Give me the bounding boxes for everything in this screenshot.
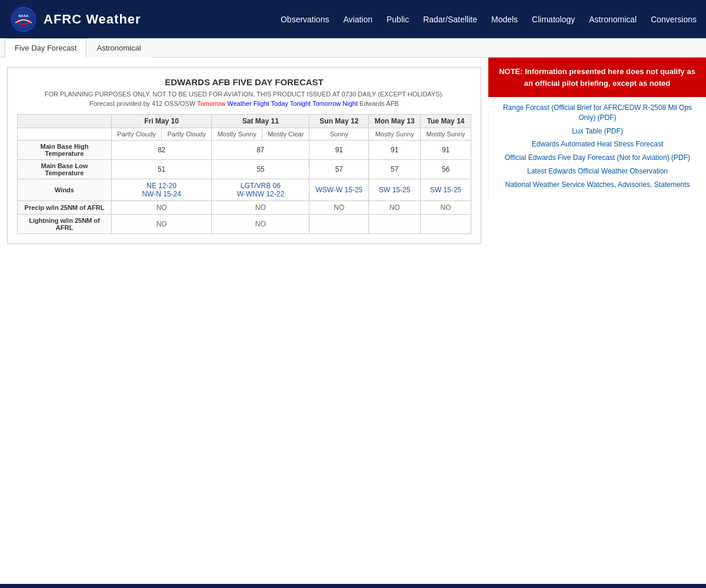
sat-high: 87 bbox=[212, 141, 309, 160]
sidebar-link-five-day-official[interactable]: Official Edwards Five Day Forecast (Not … bbox=[498, 153, 697, 163]
tue-high: 91 bbox=[421, 141, 471, 160]
table-row-lightning: Lightning w/in 25NM of AFRL NO NO bbox=[18, 215, 471, 234]
mon-high: 91 bbox=[369, 141, 421, 160]
sidebar-link-range-forecast[interactable]: Range Forcast (Official Brief for AFRC/E… bbox=[498, 103, 697, 123]
tue-wind1: SW 15-25 bbox=[430, 186, 461, 194]
forecast-subtitle: FOR PLANNING PURPOSES ONLY. NOT TO BE US… bbox=[17, 91, 471, 98]
sun-low: 57 bbox=[309, 160, 369, 179]
fri-precip: NO bbox=[112, 201, 212, 215]
mon-lightning bbox=[369, 215, 421, 234]
table-header-tue: Tue May 14 bbox=[421, 115, 471, 128]
sat-wind1: LGT/VRB 06 bbox=[241, 182, 281, 190]
forecast-title: EDWARDS AFB FIVE DAY FORECAST bbox=[17, 77, 471, 87]
precip-label: Precip w/in 25NM of AFRL bbox=[18, 201, 112, 215]
mon-wind1: SW 15-25 bbox=[379, 186, 410, 194]
sat-precip: NO bbox=[212, 201, 309, 215]
tue-low: 56 bbox=[421, 160, 471, 179]
nav-conversions[interactable]: Conversions bbox=[651, 15, 697, 24]
fri-winds: NE 12-20 NW-N 15-24 bbox=[112, 179, 212, 201]
nav-climatology[interactable]: Climatology bbox=[532, 15, 575, 24]
forecast-container: EDWARDS AFB FIVE DAY FORECAST FOR PLANNI… bbox=[7, 67, 481, 244]
main-nav: Observations Aviation Public Radar/Satel… bbox=[281, 15, 697, 24]
sun-winds: WSW-W 15-25 bbox=[309, 179, 369, 201]
fri-lightning: NO bbox=[112, 215, 212, 234]
table-row-high-temp: Main Base High Temperature 82 87 91 91 9… bbox=[18, 141, 471, 160]
low-temp-label: Main Base Low Temperature bbox=[18, 160, 112, 179]
table-header-mon: Mon May 13 bbox=[369, 115, 421, 128]
sat-condition1: Mostly Sunny bbox=[212, 128, 262, 141]
mon-condition1: Mostly Sunny bbox=[369, 128, 421, 141]
sat-winds: LGT/VRB 06 W-WNW 12-22 bbox=[212, 179, 309, 201]
note-banner: NOTE: Information presented here does no… bbox=[488, 58, 706, 97]
nav-astronomical[interactable]: Astronomical bbox=[589, 15, 637, 24]
tue-condition1: Mostly Sunny bbox=[421, 128, 471, 141]
nav-public[interactable]: Public bbox=[387, 15, 409, 24]
mon-winds: SW 15-25 bbox=[369, 179, 421, 201]
sun-condition1: Sunny bbox=[309, 128, 369, 141]
winds-label: Winds bbox=[18, 179, 112, 201]
tab-astronomical[interactable]: Astronomical bbox=[86, 38, 151, 58]
site-header: NASA AFRC Weather Observations Aviation … bbox=[0, 0, 706, 38]
nasa-logo: NASA bbox=[9, 5, 38, 34]
table-row-low-temp: Main Base Low Temperature 51 55 57 57 56 bbox=[18, 160, 471, 179]
sat-low: 55 bbox=[212, 160, 309, 179]
mon-low: 57 bbox=[369, 160, 421, 179]
sun-precip: NO bbox=[309, 201, 369, 215]
main-layout: EDWARDS AFB FIVE DAY FORECAST FOR PLANNI… bbox=[0, 58, 706, 584]
left-content: EDWARDS AFB FIVE DAY FORECAST FOR PLANNI… bbox=[0, 58, 488, 584]
fri-low: 51 bbox=[112, 160, 212, 179]
fri-wind1: NE 12-20 bbox=[146, 182, 176, 190]
lightning-label: Lightning w/in 25NM of AFRL bbox=[18, 215, 112, 234]
table-header-fri: Fri May 10 bbox=[112, 115, 212, 128]
tab-five-day-forecast[interactable]: Five Day Forecast bbox=[5, 38, 86, 58]
tue-lightning bbox=[421, 215, 471, 234]
nav-aviation[interactable]: Aviation bbox=[343, 15, 372, 24]
sun-wind1: WSW-W 15-25 bbox=[315, 186, 362, 194]
table-row-precip: Precip w/in 25NM of AFRL NO NO NO NO NO bbox=[18, 201, 471, 215]
logo-area[interactable]: NASA AFRC Weather bbox=[9, 5, 141, 34]
sidebar-link-nws[interactable]: National Weather Service Watches, Adviso… bbox=[498, 180, 697, 190]
forecast-credit: Forecast provided by 412 OSS/OSW Tomorro… bbox=[17, 100, 471, 107]
sun-lightning bbox=[309, 215, 369, 234]
fri-high: 82 bbox=[112, 141, 212, 160]
fri-condition2: Partly Cloudy bbox=[162, 128, 212, 141]
tabs-bar: Five Day Forecast Astronomical bbox=[0, 38, 706, 58]
tue-precip: NO bbox=[421, 201, 471, 215]
sidebar-link-weather-observation[interactable]: Latest Edwards Official Weather Observat… bbox=[498, 166, 697, 176]
sat-condition2: Mostly Clear bbox=[262, 128, 309, 141]
mon-precip: NO bbox=[369, 201, 421, 215]
site-footer: ©2024- AFRC/EAFB Weather | NASA Privacy … bbox=[0, 584, 706, 588]
table-header-sun: Sun May 12 bbox=[309, 115, 369, 128]
high-temp-label: Main Base High Temperature bbox=[18, 141, 112, 160]
sidebar-link-lux-table[interactable]: Lux Table (PDF) bbox=[498, 126, 697, 136]
sun-high: 91 bbox=[309, 141, 369, 160]
sat-wind2: W-WNW 12-22 bbox=[237, 190, 284, 198]
table-header-empty bbox=[18, 115, 112, 128]
site-title: AFRC Weather bbox=[44, 12, 141, 27]
right-sidebar: NOTE: Information presented here does no… bbox=[488, 58, 706, 584]
sat-lightning: NO bbox=[212, 215, 309, 234]
nav-models[interactable]: Models bbox=[491, 15, 518, 24]
table-header-sat: Sat May 11 bbox=[212, 115, 309, 128]
fri-condition1: Partly Cloudy bbox=[112, 128, 162, 141]
sidebar-link-heat-stress[interactable]: Edwards Automated Heat Stress Forecast bbox=[498, 139, 697, 149]
svg-text:NASA: NASA bbox=[18, 14, 29, 18]
sidebar-links: Range Forcast (Official Brief for AFRC/E… bbox=[488, 97, 706, 199]
nav-observations[interactable]: Observations bbox=[281, 15, 329, 24]
forecast-table: Fri May 10 Sat May 11 Sun May 12 Mon May… bbox=[17, 114, 471, 234]
condition-label-empty bbox=[18, 128, 112, 141]
table-row-winds: Winds NE 12-20 NW-N 15-24 LGT/VRB 06 W-W… bbox=[18, 179, 471, 201]
tue-winds: SW 15-25 bbox=[421, 179, 471, 201]
fri-wind2: NW-N 15-24 bbox=[142, 190, 181, 198]
nav-radar-satellite[interactable]: Radar/Satellite bbox=[423, 15, 477, 24]
